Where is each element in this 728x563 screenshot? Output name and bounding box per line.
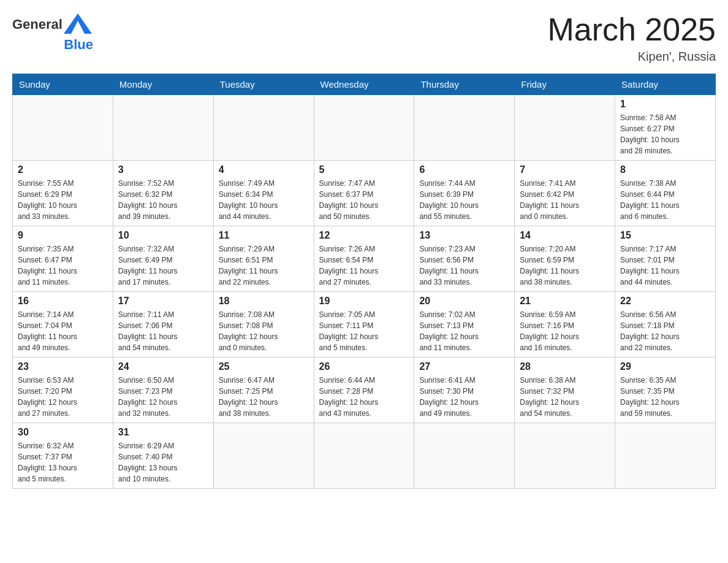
day-number: 21 — [520, 296, 610, 307]
weekday-header-row: SundayMondayTuesdayWednesdayThursdayFrid… — [13, 74, 716, 95]
calendar-table: SundayMondayTuesdayWednesdayThursdayFrid… — [12, 74, 716, 489]
calendar-cell: 27Sunrise: 6:41 AM Sunset: 7:30 PM Dayli… — [414, 358, 515, 423]
calendar-cell: 22Sunrise: 6:56 AM Sunset: 7:18 PM Dayli… — [615, 292, 716, 358]
calendar-cell: 26Sunrise: 6:44 AM Sunset: 7:28 PM Dayli… — [314, 358, 414, 423]
calendar-cell: 13Sunrise: 7:23 AM Sunset: 6:56 PM Dayli… — [414, 226, 515, 292]
month-title: March 2025 — [547, 12, 716, 47]
day-info: Sunrise: 7:47 AM Sunset: 6:37 PM Dayligh… — [319, 178, 409, 222]
day-number: 29 — [620, 361, 710, 372]
day-number: 12 — [319, 230, 409, 241]
location: Kipen', Russia — [547, 50, 716, 64]
calendar-cell — [314, 423, 414, 489]
day-info: Sunrise: 7:52 AM Sunset: 6:32 PM Dayligh… — [118, 178, 208, 222]
day-number: 17 — [118, 296, 208, 307]
day-info: Sunrise: 7:08 AM Sunset: 7:08 PM Dayligh… — [219, 309, 309, 353]
weekday-header-wednesday: Wednesday — [314, 74, 414, 95]
day-number: 7 — [520, 164, 610, 175]
day-number: 2 — [18, 164, 108, 175]
day-info: Sunrise: 6:38 AM Sunset: 7:32 PM Dayligh… — [520, 375, 610, 419]
calendar-cell: 24Sunrise: 6:50 AM Sunset: 7:23 PM Dayli… — [113, 358, 213, 423]
week-row-4: 23Sunrise: 6:53 AM Sunset: 7:20 PM Dayli… — [13, 358, 716, 423]
day-info: Sunrise: 6:50 AM Sunset: 7:23 PM Dayligh… — [118, 375, 208, 419]
day-info: Sunrise: 6:41 AM Sunset: 7:30 PM Dayligh… — [419, 375, 509, 419]
calendar-cell: 3Sunrise: 7:52 AM Sunset: 6:32 PM Daylig… — [113, 161, 213, 226]
day-number: 18 — [219, 296, 309, 307]
day-number: 26 — [319, 361, 409, 372]
calendar-cell: 29Sunrise: 6:35 AM Sunset: 7:35 PM Dayli… — [615, 358, 716, 423]
calendar-cell — [414, 95, 515, 161]
calendar-cell: 28Sunrise: 6:38 AM Sunset: 7:32 PM Dayli… — [515, 358, 615, 423]
logo-icon — [63, 12, 93, 37]
day-number: 24 — [118, 361, 208, 372]
calendar-cell: 15Sunrise: 7:17 AM Sunset: 7:01 PM Dayli… — [615, 226, 716, 292]
calendar-cell: 17Sunrise: 7:11 AM Sunset: 7:06 PM Dayli… — [113, 292, 213, 358]
title-area: March 2025 Kipen', Russia — [547, 12, 716, 64]
calendar-cell: 14Sunrise: 7:20 AM Sunset: 6:59 PM Dayli… — [515, 226, 615, 292]
day-info: Sunrise: 6:59 AM Sunset: 7:16 PM Dayligh… — [520, 309, 610, 353]
day-number: 31 — [118, 427, 208, 438]
day-number: 10 — [118, 230, 208, 241]
week-row-3: 16Sunrise: 7:14 AM Sunset: 7:04 PM Dayli… — [13, 292, 716, 358]
weekday-header-tuesday: Tuesday — [213, 74, 314, 95]
day-info: Sunrise: 6:47 AM Sunset: 7:25 PM Dayligh… — [219, 375, 309, 419]
logo-blue-text: Blue — [64, 37, 93, 53]
day-number: 22 — [620, 296, 710, 307]
calendar-cell: 12Sunrise: 7:26 AM Sunset: 6:54 PM Dayli… — [314, 226, 414, 292]
day-info: Sunrise: 6:32 AM Sunset: 7:37 PM Dayligh… — [18, 440, 108, 484]
day-number: 5 — [319, 164, 409, 175]
day-number: 20 — [419, 296, 509, 307]
weekday-header-saturday: Saturday — [615, 74, 716, 95]
day-info: Sunrise: 6:35 AM Sunset: 7:35 PM Dayligh… — [620, 375, 710, 419]
day-number: 15 — [620, 230, 710, 241]
calendar-cell: 20Sunrise: 7:02 AM Sunset: 7:13 PM Dayli… — [414, 292, 515, 358]
day-number: 6 — [419, 164, 509, 175]
logo-line2: Blue — [12, 37, 93, 53]
calendar-cell: 19Sunrise: 7:05 AM Sunset: 7:11 PM Dayli… — [314, 292, 414, 358]
day-info: Sunrise: 7:58 AM Sunset: 6:27 PM Dayligh… — [620, 112, 710, 156]
logo-general-text: General — [12, 17, 63, 33]
day-number: 13 — [419, 230, 509, 241]
calendar-cell — [213, 95, 314, 161]
weekday-header-sunday: Sunday — [13, 74, 113, 95]
day-number: 9 — [18, 230, 108, 241]
week-row-0: 1Sunrise: 7:58 AM Sunset: 6:27 PM Daylig… — [13, 95, 716, 161]
day-info: Sunrise: 7:41 AM Sunset: 6:42 PM Dayligh… — [520, 178, 610, 222]
calendar-cell: 18Sunrise: 7:08 AM Sunset: 7:08 PM Dayli… — [213, 292, 314, 358]
day-info: Sunrise: 7:38 AM Sunset: 6:44 PM Dayligh… — [620, 178, 710, 222]
day-number: 16 — [18, 296, 108, 307]
calendar-cell — [515, 95, 615, 161]
day-info: Sunrise: 7:44 AM Sunset: 6:39 PM Dayligh… — [419, 178, 509, 222]
calendar-cell — [515, 423, 615, 489]
calendar-cell: 30Sunrise: 6:32 AM Sunset: 7:37 PM Dayli… — [13, 423, 113, 489]
day-number: 8 — [620, 164, 710, 175]
day-info: Sunrise: 7:49 AM Sunset: 6:34 PM Dayligh… — [219, 178, 309, 222]
logo-line1: General — [12, 12, 93, 37]
day-info: Sunrise: 6:44 AM Sunset: 7:28 PM Dayligh… — [319, 375, 409, 419]
calendar-cell: 16Sunrise: 7:14 AM Sunset: 7:04 PM Dayli… — [13, 292, 113, 358]
day-number: 1 — [620, 99, 710, 110]
calendar-cell — [615, 423, 716, 489]
week-row-5: 30Sunrise: 6:32 AM Sunset: 7:37 PM Dayli… — [13, 423, 716, 489]
page-header: General Blue March 2025 Kipen', Russia — [12, 12, 716, 64]
day-info: Sunrise: 7:32 AM Sunset: 6:49 PM Dayligh… — [118, 243, 208, 288]
day-number: 23 — [18, 361, 108, 372]
day-info: Sunrise: 6:29 AM Sunset: 7:40 PM Dayligh… — [118, 440, 208, 484]
day-info: Sunrise: 7:29 AM Sunset: 6:51 PM Dayligh… — [219, 243, 309, 288]
day-number: 3 — [118, 164, 208, 175]
day-info: Sunrise: 7:05 AM Sunset: 7:11 PM Dayligh… — [319, 309, 409, 353]
page-container: General Blue March 2025 Kipen', Russia S… — [12, 12, 716, 489]
weekday-header-thursday: Thursday — [414, 74, 515, 95]
day-info: Sunrise: 7:23 AM Sunset: 6:56 PM Dayligh… — [419, 243, 509, 288]
weekday-header-monday: Monday — [113, 74, 213, 95]
calendar-cell: 9Sunrise: 7:35 AM Sunset: 6:47 PM Daylig… — [13, 226, 113, 292]
day-info: Sunrise: 6:56 AM Sunset: 7:18 PM Dayligh… — [620, 309, 710, 353]
week-row-2: 9Sunrise: 7:35 AM Sunset: 6:47 PM Daylig… — [13, 226, 716, 292]
calendar-cell: 8Sunrise: 7:38 AM Sunset: 6:44 PM Daylig… — [615, 161, 716, 226]
calendar-cell — [213, 423, 314, 489]
calendar-cell: 11Sunrise: 7:29 AM Sunset: 6:51 PM Dayli… — [213, 226, 314, 292]
calendar-cell: 7Sunrise: 7:41 AM Sunset: 6:42 PM Daylig… — [515, 161, 615, 226]
day-number: 30 — [18, 427, 108, 438]
calendar-cell: 23Sunrise: 6:53 AM Sunset: 7:20 PM Dayli… — [13, 358, 113, 423]
weekday-header-friday: Friday — [515, 74, 615, 95]
day-info: Sunrise: 7:02 AM Sunset: 7:13 PM Dayligh… — [419, 309, 509, 353]
